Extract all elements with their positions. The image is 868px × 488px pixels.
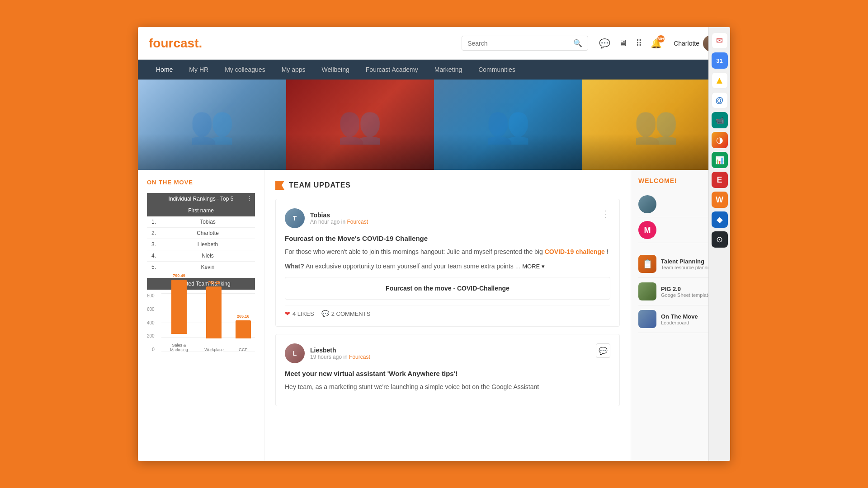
y-label-400: 400 bbox=[147, 320, 155, 325]
nav-bar: Home My HR My colleagues My apps Wellbei… bbox=[138, 60, 730, 80]
meet-icon[interactable]: 📹 bbox=[712, 112, 728, 128]
nav-my-apps[interactable]: My apps bbox=[274, 62, 313, 77]
post-2-author: L Liesbeth 19 hours ago in Fourcast bbox=[285, 343, 370, 363]
content-area: ON THE MOVE Individual Rankings - Top 5 … bbox=[138, 170, 730, 461]
logo: fourcast. bbox=[149, 36, 202, 51]
pig-icon bbox=[638, 282, 656, 300]
rank-2: 2. bbox=[147, 228, 160, 239]
post-2-time: 19 hours ago in Fourcast bbox=[310, 354, 370, 360]
talent-icon-symbol: 📋 bbox=[642, 258, 653, 269]
chat-icon[interactable]: 💬 bbox=[599, 38, 610, 49]
name-3: Liesbeth bbox=[160, 239, 255, 250]
bar-3 bbox=[236, 320, 251, 338]
left-panel: ON THE MOVE Individual Rankings - Top 5 … bbox=[138, 170, 264, 461]
post-card-1: T Tobias An hour ago in Fourcast ⋮ Fourc… bbox=[275, 199, 620, 327]
rank-3: 3. bbox=[147, 239, 160, 250]
table-row: 4. Niels bbox=[147, 250, 255, 262]
move-desc: Leaderboard bbox=[661, 320, 698, 325]
team-updates-title: TEAM UPDATES bbox=[289, 181, 351, 189]
nav-my-hr[interactable]: My HR bbox=[182, 62, 216, 77]
post-1-header: T Tobias An hour ago in Fourcast ⋮ bbox=[285, 208, 610, 228]
banner-image-1: 👥 bbox=[138, 80, 286, 170]
comment-icon: 💬 bbox=[321, 310, 329, 317]
nav-wellbeing[interactable]: Wellbeing bbox=[315, 62, 357, 77]
chart-bar-group-2: 765.25 Workplace bbox=[204, 286, 223, 352]
post-1-footer: ❤ 4 LIKES 💬 2 COMMENTS bbox=[285, 305, 610, 317]
search-bar[interactable]: 🔍 bbox=[462, 36, 588, 51]
notification-count: 30+ bbox=[657, 35, 665, 42]
bar-1-label: 790.49 bbox=[173, 273, 185, 278]
nav-fourcast-academy[interactable]: Fourcast Academy bbox=[359, 62, 425, 77]
banner-image-2: 👥 bbox=[286, 80, 434, 170]
right-sidebar: ✉ 31 ▲ @ 📹 ◑ 📊 E W ◆ ⊙ bbox=[708, 27, 730, 461]
wk-icon[interactable]: W bbox=[712, 192, 728, 208]
y-label-600: 600 bbox=[147, 307, 155, 312]
rank-4: 4. bbox=[147, 250, 160, 262]
rank-1: 1. bbox=[147, 216, 160, 228]
table-header: Individual Rankings - Top 5 ⋮ bbox=[147, 193, 255, 205]
nav-home[interactable]: Home bbox=[149, 62, 180, 77]
bar-2 bbox=[206, 286, 222, 338]
post-1-menu[interactable]: ⋮ bbox=[601, 208, 610, 219]
bar-1-xlabel: Sales & Marketing bbox=[165, 343, 193, 352]
search-input[interactable] bbox=[467, 40, 573, 47]
talent-planning-icon: 📋 bbox=[638, 255, 656, 273]
bar-2-xlabel: Workplace bbox=[204, 347, 223, 352]
drive-icon[interactable]: ▲ bbox=[712, 72, 728, 89]
tobias-avatar: T bbox=[285, 208, 305, 228]
post-1-author-name: Tobias bbox=[310, 211, 368, 219]
more-button[interactable]: MORE ▾ bbox=[522, 262, 545, 272]
on-the-move-title: ON THE MOVE bbox=[147, 179, 255, 186]
calendar-icon[interactable]: 31 bbox=[712, 52, 728, 69]
evernote-icon[interactable]: E bbox=[712, 172, 728, 188]
header-icons: 💬 🖥 ⠿ 🔔 30+ Charlotte bbox=[599, 35, 719, 52]
grid-icon[interactable]: ⠿ bbox=[636, 38, 642, 49]
nav-communities[interactable]: Communities bbox=[471, 62, 523, 77]
weighted-header: Weighted Team Ranking bbox=[147, 278, 255, 290]
table-menu-icon[interactable]: ⋮ bbox=[247, 195, 252, 202]
rankings-table: Individual Rankings - Top 5 ⋮ First name… bbox=[147, 193, 255, 272]
what-label: What? bbox=[285, 263, 304, 270]
name-5: Kevin bbox=[160, 262, 255, 273]
post-2-source[interactable]: Fourcast bbox=[349, 354, 370, 360]
talent-info: Talent Planning Team resource planning bbox=[661, 258, 714, 270]
screen-icon[interactable]: 🖥 bbox=[618, 38, 627, 48]
y-label-0: 0 bbox=[152, 347, 155, 352]
move-icon bbox=[638, 310, 656, 328]
nav-my-colleagues[interactable]: My colleagues bbox=[217, 62, 273, 77]
sheets-icon[interactable]: 📊 bbox=[712, 152, 728, 168]
like-count[interactable]: ❤ 4 LIKES bbox=[285, 310, 314, 317]
github-icon[interactable]: ⊙ bbox=[712, 231, 728, 248]
comment-count[interactable]: 💬 2 COMMENTS bbox=[321, 310, 371, 317]
email2-icon[interactable]: @ bbox=[712, 92, 728, 108]
bar-1 bbox=[171, 280, 187, 334]
post-1-source[interactable]: Fourcast bbox=[347, 219, 368, 225]
table-row: 2. Charlotte bbox=[147, 228, 255, 239]
post-1-time: An hour ago in Fourcast bbox=[310, 219, 368, 225]
post-1-link-preview[interactable]: Fourcast on the move - COVID-Challenge bbox=[285, 277, 610, 300]
contact-avatar-1 bbox=[638, 195, 656, 213]
talent-desc: Team resource planning bbox=[661, 265, 714, 270]
contact-avatar-m: M bbox=[638, 221, 656, 239]
likes-text: 4 LIKES bbox=[292, 310, 314, 317]
analytics-icon[interactable]: ◑ bbox=[712, 132, 728, 148]
post-1-highlight: COVID-19 challenge bbox=[545, 248, 605, 255]
y-label-800: 800 bbox=[147, 293, 155, 298]
more-ellipsis: ... bbox=[515, 263, 521, 270]
notification-bell[interactable]: 🔔 30+ bbox=[651, 38, 662, 49]
gem-icon[interactable]: ◆ bbox=[712, 211, 728, 228]
table-row: 1. Tobias bbox=[147, 216, 255, 228]
nav-marketing[interactable]: Marketing bbox=[427, 62, 469, 77]
post-1-body: For those who weren't able to join this … bbox=[285, 247, 610, 257]
move-name: On The Move bbox=[661, 313, 698, 320]
post-2-chat-icon[interactable]: 💬 bbox=[596, 343, 610, 358]
chart-area: 0 200 400 600 800 bbox=[147, 293, 255, 366]
banner: 👥 👥 👥 👥 bbox=[138, 80, 730, 170]
rank-5: 5. bbox=[147, 262, 160, 273]
main-container: fourcast. 🔍 💬 🖥 ⠿ 🔔 30+ Charlotte Home M… bbox=[138, 27, 730, 461]
comments-text: 2 COMMENTS bbox=[331, 310, 371, 317]
gmail-icon[interactable]: ✉ bbox=[712, 33, 728, 49]
post-2-header: L Liesbeth 19 hours ago in Fourcast 💬 bbox=[285, 343, 610, 363]
y-label-200: 200 bbox=[147, 333, 155, 338]
search-icon: 🔍 bbox=[573, 39, 582, 47]
